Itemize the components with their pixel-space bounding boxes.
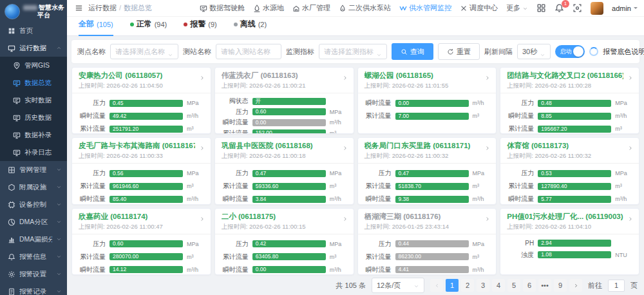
metric-unit: MPa xyxy=(469,241,485,247)
user-menu[interactable]: admin xyxy=(612,5,638,12)
tab-offline[interactable]: 离线 (2) xyxy=(234,19,267,35)
tab-count: (2) xyxy=(258,21,267,28)
station-code: (06118165) xyxy=(396,71,433,79)
station-cards-grid: 安康热力公司 (06118057) 上报时间: 2026-02-26 11:04… xyxy=(71,67,639,275)
tab-all[interactable]: 全部 (105) xyxy=(79,19,113,35)
search-button[interactable]: 查询 xyxy=(392,43,433,60)
metric-label: 瞬时流量 xyxy=(218,195,252,204)
sidebar-item-facilities[interactable]: 附属设施 xyxy=(0,178,67,196)
nav-item-water-source[interactable]: 水源地 xyxy=(253,3,284,13)
auto-refresh-toggle[interactable]: 启动 xyxy=(555,45,585,58)
page-ellipsis-button[interactable]: ••• xyxy=(538,279,551,292)
sidebar-item-alarm-settings[interactable]: 报警设置 xyxy=(0,265,67,283)
nav-item-data-dashboard[interactable]: 数据驾驶舱 xyxy=(200,3,245,13)
alarm-color-legend[interactable]: 报警底色说明 ? xyxy=(603,47,644,57)
station-name: 栖湖湾三期 (06118176) xyxy=(365,212,481,222)
sidebar-item-data-supplement[interactable]: 数据补录 xyxy=(0,126,67,144)
refresh-interval-select[interactable]: 30秒 xyxy=(517,44,551,59)
user-avatar[interactable] xyxy=(591,2,603,15)
apps-grid-icon[interactable] xyxy=(536,3,546,13)
detail-arrow-icon[interactable] xyxy=(199,216,205,222)
fullscreen-scan-icon[interactable] xyxy=(573,3,582,13)
metric-row: 累计流量 59336.60 m³ xyxy=(218,182,348,191)
sidebar: 智慧水务 平台 首页 运行数据 管网GIS 数据总览 实时数据 历史数据 数据补… xyxy=(0,0,67,295)
sidebar-item-pipe-management[interactable]: 管网管理 xyxy=(0,161,67,178)
detail-arrow-icon[interactable] xyxy=(484,145,491,151)
metric-unit: m³ xyxy=(611,183,622,189)
detail-arrow-icon[interactable] xyxy=(627,216,634,222)
metric-value-bar: 195667.20 xyxy=(538,126,611,133)
collapse-sidebar-icon[interactable] xyxy=(75,4,83,12)
detail-arrow-icon[interactable] xyxy=(484,75,491,81)
metric-row: 压力 0.56 MPa xyxy=(75,169,205,178)
sidebar-item-data-overview[interactable]: 数据总览 xyxy=(0,74,67,91)
sidebar-item-dma-leak-analysis[interactable]: DMA漏损分析 xyxy=(0,231,67,248)
metric-row: 瞬时流量 0.00 m³/h xyxy=(361,99,491,108)
station-name-input[interactable] xyxy=(216,44,281,59)
sidebar-item-pipe-gis[interactable]: 管网GIS xyxy=(0,57,67,74)
device-icon xyxy=(8,201,15,209)
detail-arrow-icon[interactable] xyxy=(627,145,634,151)
notification-bell-icon[interactable]: 1 xyxy=(554,3,564,13)
metric-label: 压力 xyxy=(503,99,538,108)
sidebar-item-realtime-data[interactable]: 实时数据 xyxy=(0,91,67,109)
tab-alarm[interactable]: 报警 (9) xyxy=(184,19,216,35)
metric-label: 累计流量 xyxy=(75,124,109,133)
sidebar-item-alarm-record[interactable]: 报警记录 xyxy=(0,283,67,295)
nav-item-secondary-pump-station[interactable]: 二次供水泵站 xyxy=(339,3,391,13)
sidebar-item-home[interactable]: 首页 xyxy=(0,22,67,39)
sidebar-item-device-control[interactable]: 设备控制 xyxy=(0,196,67,213)
page-button[interactable]: 5 xyxy=(507,279,520,292)
metric-row: 瞬时流量 5.77 m³/h xyxy=(503,195,634,204)
page-button[interactable]: 2 xyxy=(461,279,474,292)
station-card-header: 螺湖公园 (06118165) 上报时间: 2026-02-26 11:01:5… xyxy=(358,68,497,93)
station-card-header: 团结路与文化路交叉口2 (06118166) 上报时间: 2026-02-26 … xyxy=(500,68,639,93)
detail-arrow-icon[interactable] xyxy=(342,75,348,81)
detail-arrow-icon[interactable] xyxy=(199,75,205,81)
prev-page-button[interactable] xyxy=(430,279,443,292)
metric-label: 监测指标 xyxy=(286,47,314,57)
detail-arrow-icon[interactable] xyxy=(627,75,634,81)
nav-item-water-plant[interactable]: 水厂管理 xyxy=(292,3,330,13)
nav-item-more[interactable]: 更多 xyxy=(506,3,528,13)
sidebar-item-dma-zone[interactable]: DMA分区 xyxy=(0,213,67,231)
tab-normal[interactable]: 正常 (94) xyxy=(130,19,167,35)
station-card: 栖湖湾三期 (06118176) 上报时间: 2026-01-25 23:43:… xyxy=(357,208,497,275)
station-card-header: 二小 (06118175) 上报时间: 2026-02-26 11:00:15 xyxy=(215,209,354,234)
detail-arrow-icon[interactable] xyxy=(342,216,348,222)
sidebar-item-supplement-log[interactable]: 补录日志 xyxy=(0,144,67,161)
reset-button[interactable]: 重置 xyxy=(438,43,480,60)
nav-item-dispatch-center[interactable]: 调度中心 xyxy=(460,3,498,13)
metric-unit: MPa xyxy=(183,100,199,106)
page-button[interactable]: 9 xyxy=(554,279,567,292)
detail-arrow-icon[interactable] xyxy=(484,216,491,222)
sidebar-item-alarm-info[interactable]: 报警信息 xyxy=(0,248,67,265)
metric-unit: m³/h xyxy=(326,196,341,202)
breadcrumb-current: 数据总览 xyxy=(124,4,152,12)
metric-select[interactable]: 请选择监测指标 xyxy=(319,44,387,59)
sidebar-item-run-data[interactable]: 运行数据 xyxy=(0,39,67,57)
page-button-active[interactable]: 1 xyxy=(446,279,459,292)
dashboard-icon xyxy=(200,5,207,12)
point-name-select[interactable]: 请选择测点名称 xyxy=(110,44,178,59)
breadcrumb-root[interactable]: 运行数据 xyxy=(88,4,117,12)
metric-row: 累计流量 86230.00 m³ xyxy=(361,252,491,262)
station-card-body: 压力 0.44 MPa 累计流量 86230.00 m³ 瞬时流量 4.41 m… xyxy=(358,234,497,274)
metric-unit: m³/h xyxy=(326,119,341,126)
detail-arrow-icon[interactable] xyxy=(342,145,348,151)
metric-unit: MPa xyxy=(611,170,627,176)
next-page-button[interactable] xyxy=(569,279,582,292)
page-button[interactable]: 6 xyxy=(523,279,536,292)
station-code: (06118175) xyxy=(238,213,276,220)
goto-page-input[interactable] xyxy=(608,280,625,292)
page-size-select[interactable]: 12条/页 xyxy=(372,278,424,293)
metric-label: PH xyxy=(503,240,538,247)
pipemonitor-icon xyxy=(399,5,407,12)
page-button[interactable]: 4 xyxy=(492,279,505,292)
nav-item-pipe-network-monitor[interactable]: 供水管网监控 xyxy=(399,3,451,13)
sidebar-item-history-data[interactable]: 历史数据 xyxy=(0,109,67,126)
station-card-body: 压力 0.45 MPa 瞬时流量 49.42 m³/h 累计流量 251791.… xyxy=(72,93,211,133)
page-button[interactable]: 3 xyxy=(477,279,489,292)
detail-arrow-icon[interactable] xyxy=(199,145,205,151)
chevron-icon xyxy=(56,202,62,207)
